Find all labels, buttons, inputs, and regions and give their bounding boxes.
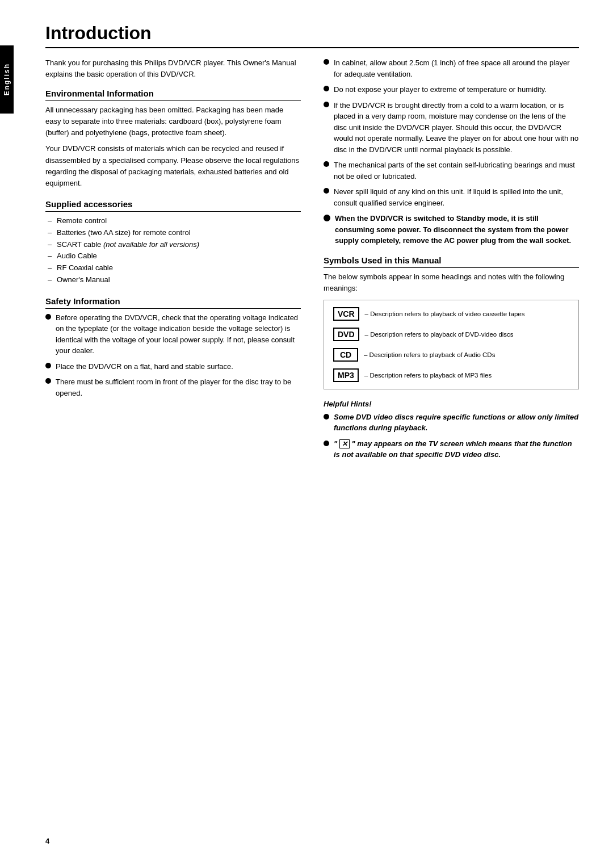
page-container: English Introduction Thank you for purch… bbox=[0, 0, 613, 868]
safety-section: Safety Information Before operating the … bbox=[45, 296, 301, 399]
safety-heading: Safety Information bbox=[45, 296, 301, 309]
symbol-desc-dvd: – Description refers to playback of DVD-… bbox=[365, 331, 514, 338]
safety-list: Before operating the DVD/VCR, check that… bbox=[45, 312, 301, 399]
hint-bullet-2 bbox=[324, 441, 329, 446]
symbol-cd: CD – Description refers to playback of A… bbox=[333, 348, 569, 362]
supplied-item-3: SCART cable (not available for all versi… bbox=[48, 239, 301, 251]
bullet-icon-3 bbox=[45, 378, 51, 384]
symbol-badge-cd: CD bbox=[333, 348, 358, 362]
symbol-dvd: DVD – Description refers to playback of … bbox=[333, 328, 569, 341]
right-item-standby: When the DVD/VCR is switched to Standby … bbox=[324, 213, 579, 246]
symbol-badge-dvd: DVD bbox=[333, 328, 359, 341]
side-label: English bbox=[0, 45, 14, 114]
symbols-intro: The below symbols appear in some heading… bbox=[324, 271, 579, 294]
environmental-heading: Environmental Information bbox=[45, 89, 301, 101]
right-bullet-list: In cabinet, allow about 2.5cm (1 inch) o… bbox=[324, 57, 579, 246]
right-bullet-standby bbox=[324, 215, 330, 221]
safety-item-3: There must be sufficient room in front o… bbox=[45, 376, 301, 399]
right-bullet-3 bbox=[324, 102, 329, 107]
symbol-desc-vcr: – Description refers to playback of vide… bbox=[365, 311, 525, 317]
right-column: In cabinet, allow about 2.5cm (1 inch) o… bbox=[324, 57, 579, 465]
symbol-badge-mp3: MP3 bbox=[333, 368, 359, 382]
symbols-section: Symbols Used in this Manual The below sy… bbox=[324, 255, 579, 389]
right-item-3: If the DVD/VCR is brought directly from … bbox=[324, 100, 579, 156]
symbols-heading: Symbols Used in this Manual bbox=[324, 255, 579, 268]
intro-paragraph: Thank you for purchasing this Philips DV… bbox=[45, 57, 301, 79]
right-item-4: The mechanical parts of the set contain … bbox=[324, 160, 579, 182]
standby-warning-text: When the DVD/VCR is switched to Standby … bbox=[335, 213, 579, 246]
symbol-mp3: MP3 – Description refers to playback of … bbox=[333, 368, 569, 382]
hint-item-2: " ✕ " may appears on the TV screen which… bbox=[324, 438, 579, 460]
helpful-hints-section: Helpful Hints! Some DVD video discs requ… bbox=[324, 400, 579, 460]
bullet-icon-1 bbox=[45, 314, 51, 320]
right-item-1: In cabinet, allow about 2.5cm (1 inch) o… bbox=[324, 57, 579, 79]
symbols-box: VCR – Description refers to playback of … bbox=[324, 300, 579, 389]
hint-item-1: Some DVD video discs require specific fu… bbox=[324, 412, 579, 434]
bullet-icon-2 bbox=[45, 363, 51, 368]
right-bullet-4 bbox=[324, 161, 329, 167]
safety-item-2: Place the DVD/VCR on a flat, hard and st… bbox=[45, 361, 301, 372]
symbol-vcr: VCR – Description refers to playback of … bbox=[333, 307, 569, 321]
supplied-item-1: Remote control bbox=[48, 215, 301, 227]
environmental-content: All unnecessary packaging has been omitt… bbox=[45, 104, 301, 189]
left-column: Thank you for purchasing this Philips DV… bbox=[45, 57, 301, 465]
side-label-text: English bbox=[3, 63, 11, 95]
right-item-5: Never spill liquid of any kind on this u… bbox=[324, 186, 579, 208]
hint-bullet-1 bbox=[324, 414, 329, 420]
supplied-section: Supplied accessories Remote control Batt… bbox=[45, 199, 301, 286]
supplied-item-5: RF Coaxial cable bbox=[48, 262, 301, 274]
supplied-list: Remote control Batteries (two AA size) f… bbox=[48, 215, 301, 286]
page-title: Introduction bbox=[45, 23, 579, 48]
right-bullet-5 bbox=[324, 188, 329, 194]
right-bullet-1 bbox=[324, 59, 329, 65]
environmental-section: Environmental Information All unnecessar… bbox=[45, 89, 301, 189]
environmental-para-1: All unnecessary packaging has been omitt… bbox=[45, 104, 301, 139]
helpful-hints-title: Helpful Hints! bbox=[324, 400, 579, 408]
supplied-item-4: Audio Cable bbox=[48, 250, 301, 262]
symbol-desc-mp3: – Description refers to playback of MP3 … bbox=[364, 372, 492, 379]
supplied-heading: Supplied accessories bbox=[45, 199, 301, 212]
environmental-para-2: Your DVD/VCR consists of materials which… bbox=[45, 143, 301, 189]
symbol-badge-vcr: VCR bbox=[333, 307, 359, 321]
right-item-2: Do not expose your player to extreme of … bbox=[324, 84, 579, 95]
right-bullet-2 bbox=[324, 86, 329, 91]
supplied-item-2: Batteries (two AA size) for remote contr… bbox=[48, 227, 301, 239]
main-content: Thank you for purchasing this Philips DV… bbox=[45, 57, 579, 465]
safety-item-1: Before operating the DVD/VCR, check that… bbox=[45, 312, 301, 357]
page-number: 4 bbox=[45, 837, 49, 845]
helpful-hints-list: Some DVD video discs require specific fu… bbox=[324, 412, 579, 460]
symbol-desc-cd: – Description refers to playback of Audi… bbox=[364, 351, 495, 358]
supplied-item-6: Owner's Manual bbox=[48, 274, 301, 286]
